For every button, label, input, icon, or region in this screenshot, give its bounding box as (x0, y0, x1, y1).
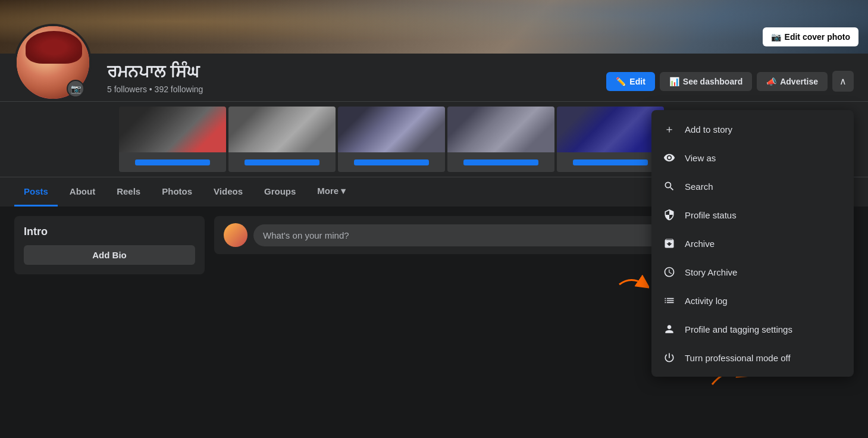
search-label: Search (685, 182, 713, 192)
photo-label-5 (557, 152, 664, 172)
edit-cover-label: Edit cover photo (785, 32, 850, 42)
photo-label-1 (119, 152, 226, 172)
photo-bar-1 (135, 159, 210, 165)
intro-card: Intro Add Bio (14, 216, 205, 274)
tab-videos[interactable]: Videos (204, 178, 252, 207)
avatar-wrapper: 📷 (14, 54, 98, 101)
search-icon (661, 178, 678, 195)
dropdown-search[interactable]: Search (651, 172, 854, 201)
eye-icon (661, 149, 678, 166)
profile-stats: 5 followers • 392 following (107, 85, 597, 94)
add-to-story-label: Add to story (685, 124, 732, 134)
dropdown-pro-mode[interactable]: Turn professional mode off (651, 343, 854, 372)
dropdown-story-archive[interactable]: Story Archive (651, 258, 854, 286)
photo-bar-3 (354, 159, 429, 165)
photo-bar-4 (463, 159, 538, 165)
photo-image-3 (338, 107, 445, 152)
photo-label-2 (228, 152, 336, 172)
photo-bar-5 (573, 159, 648, 165)
edit-icon: ✏️ (616, 77, 626, 86)
dropdown-archive[interactable]: Archive (651, 229, 854, 258)
pro-mode-label: Turn professional mode off (685, 353, 791, 363)
dropdown-view-as[interactable]: View as (651, 143, 854, 172)
advertise-icon: 📣 (766, 77, 776, 86)
profile-tagging-label: Profile and tagging settings (685, 324, 792, 334)
more-label: More ▾ (317, 186, 346, 196)
edit-label: Edit (629, 77, 645, 86)
activity-log-label: Activity log (685, 296, 728, 306)
cover-photo: 📷 Edit cover photo (0, 0, 868, 54)
photo-image-4 (447, 107, 554, 152)
edit-button[interactable]: ✏️ Edit (606, 72, 654, 91)
shield-icon (661, 207, 678, 223)
archive-icon (661, 235, 678, 252)
dropdown-menu: ＋ Add to story View as Search Profile st… (651, 110, 854, 377)
dashboard-label: See dashboard (683, 77, 742, 86)
photo-thumb-5[interactable] (557, 107, 664, 172)
dropdown-activity-log[interactable]: Activity log (651, 286, 854, 315)
profile-actions: ✏️ Edit 📊 See dashboard 📣 Advertise ∧ (606, 71, 854, 101)
photo-thumb-4[interactable] (447, 107, 554, 172)
edit-cover-photo-button[interactable]: 📷 Edit cover photo (763, 27, 858, 46)
advertise-label: Advertise (780, 77, 818, 86)
tab-about[interactable]: About (60, 178, 105, 207)
add-bio-button[interactable]: Add Bio (24, 245, 195, 265)
see-dashboard-button[interactable]: 📊 See dashboard (660, 72, 752, 91)
dashboard-icon: 📊 (669, 77, 679, 86)
photo-image-2 (228, 107, 336, 152)
tab-reels[interactable]: Reels (107, 178, 150, 207)
plus-icon: ＋ (661, 121, 678, 137)
photo-image-1 (119, 107, 226, 152)
avatar-camera-icon[interactable]: 📷 (67, 80, 84, 98)
dropdown-add-to-story[interactable]: ＋ Add to story (651, 115, 854, 143)
view-as-label: View as (685, 153, 716, 163)
profile-status-label: Profile status (685, 210, 737, 220)
turn-off-icon (661, 349, 678, 366)
story-archive-label: Story Archive (685, 267, 737, 277)
dropdown-profile-tagging[interactable]: Profile and tagging settings (651, 315, 854, 343)
tab-groups[interactable]: Groups (255, 178, 305, 207)
chevron-up-icon: ∧ (839, 76, 847, 86)
profile-info: ਰਮਨਪਾਲ ਸਿੰਘ 5 followers • 392 following (107, 62, 597, 101)
profile-name: ਰਮਨਪਾਲ ਸਿੰਘ (107, 62, 597, 82)
person-gear-icon (661, 321, 678, 337)
tab-photos[interactable]: Photos (152, 178, 202, 207)
photo-image-5 (557, 107, 664, 152)
tab-posts[interactable]: Posts (14, 178, 58, 207)
dropdown-profile-status[interactable]: Profile status (651, 201, 854, 229)
advertise-button[interactable]: 📣 Advertise (757, 72, 828, 91)
photo-thumb-3[interactable] (338, 107, 445, 172)
composer-avatar (224, 223, 247, 247)
intro-title: Intro (24, 226, 195, 238)
photo-bar-2 (245, 159, 319, 165)
photo-thumb-1[interactable] (119, 107, 226, 172)
photo-label-4 (447, 152, 554, 172)
archive-label: Archive (685, 239, 715, 249)
collapse-button[interactable]: ∧ (832, 71, 854, 92)
tab-more[interactable]: More ▾ (308, 177, 355, 207)
left-panel: Intro Add Bio (14, 216, 205, 436)
clock-icon (661, 264, 678, 280)
camera-icon: 📷 (771, 32, 781, 42)
list-icon (661, 292, 678, 309)
photo-thumb-2[interactable] (228, 107, 336, 172)
photo-label-3 (338, 152, 445, 172)
profile-section: 📷 ਰਮਨਪਾਲ ਸਿੰਘ 5 followers • 392 followin… (0, 54, 868, 102)
